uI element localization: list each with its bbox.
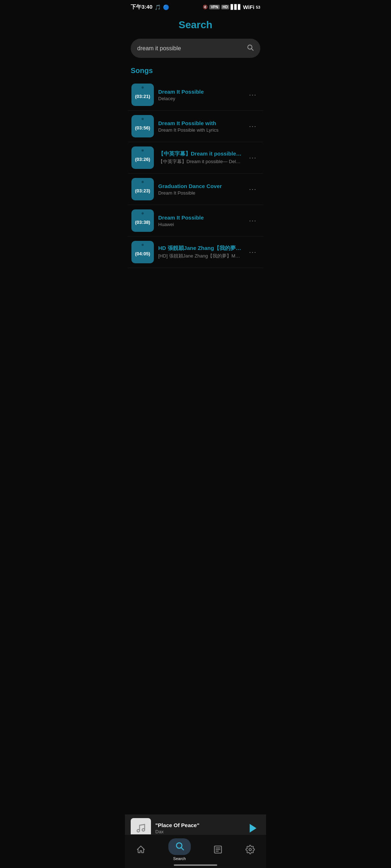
status-time: 下午3:40 🎵 🔵 — [131, 4, 169, 10]
hd-badge: HD — [221, 5, 229, 9]
song-title: Dream It Possible — [158, 214, 242, 221]
song-title: Dream It Possible — [158, 89, 242, 95]
signal-icon: ▋▋▋ — [231, 4, 241, 10]
song-thumbnail: (03:23) — [131, 178, 154, 200]
song-title: HD 張靚穎Jane Zhang【我的夢】MV ... — [158, 245, 242, 252]
more-options-button[interactable]: ··· — [246, 121, 260, 132]
song-item[interactable]: (03:38) Dream It Possible Huawei ··· — [128, 205, 263, 237]
mute-icon: 🔇 — [203, 5, 208, 9]
songs-section-title: Songs — [125, 67, 266, 79]
song-title: Dream It Possible with — [158, 120, 242, 126]
search-box[interactable] — [131, 39, 260, 58]
more-options-button[interactable]: ··· — [246, 216, 260, 226]
song-title: 【中英字幕】Dream it possible— Dela... — [158, 150, 242, 157]
wifi-icon: WiFi — [243, 4, 255, 10]
song-info: Dream It Possible Huawei — [158, 214, 242, 227]
song-thumbnail: (03:21) — [131, 84, 154, 106]
song-title: Graduation Dance Cover — [158, 183, 242, 189]
status-bar: 下午3:40 🎵 🔵 🔇 VPN HD ▋▋▋ WiFi 53 — [125, 0, 266, 13]
song-thumbnail: (03:38) — [131, 209, 154, 232]
song-item[interactable]: (04:05) HD 張靚穎Jane Zhang【我的夢】MV ... [HD]… — [128, 237, 263, 268]
status-icons: 🔇 VPN HD ▋▋▋ WiFi 53 — [203, 4, 260, 10]
song-info: Graduation Dance Cover Dream It Possible — [158, 183, 242, 196]
song-item[interactable]: (03:56) Dream It Possible with Dream It … — [128, 111, 263, 142]
song-thumbnail: (03:26) — [131, 146, 154, 169]
song-thumbnail: (03:56) — [131, 115, 154, 137]
song-info: Dream It Possible Delacey — [158, 89, 242, 101]
more-options-button[interactable]: ··· — [246, 153, 260, 163]
song-item[interactable]: (03:21) Dream It Possible Delacey ··· — [128, 79, 263, 111]
song-subtitle: 【中英字幕】Dream it possible— Delacey 夢··· — [158, 158, 242, 165]
song-subtitle: Huawei — [158, 222, 242, 227]
more-options-button[interactable]: ··· — [246, 90, 260, 100]
song-list: (03:21) Dream It Possible Delacey ··· (0… — [125, 79, 266, 268]
song-info: 【中英字幕】Dream it possible— Dela... 【中英字幕】D… — [158, 150, 242, 165]
search-container — [125, 39, 266, 67]
search-icon — [247, 44, 254, 53]
song-subtitle: Delacey — [158, 96, 242, 101]
song-item[interactable]: (03:23) Graduation Dance Cover Dream It … — [128, 174, 263, 205]
vpn-badge: VPN — [209, 5, 220, 9]
song-thumbnail: (04:05) — [131, 241, 154, 263]
song-subtitle: Dream It Possible with Lyrics — [158, 127, 242, 133]
song-item[interactable]: (03:26) 【中英字幕】Dream it possible— Dela...… — [128, 142, 263, 174]
battery-icon: 53 — [256, 5, 260, 9]
song-subtitle: [HD] 張靚穎Jane Zhang【我的夢】MV (華為··· — [158, 253, 242, 259]
svg-line-1 — [252, 49, 253, 51]
song-info: Dream It Possible with Dream It Possible… — [158, 120, 242, 133]
song-subtitle: Dream It Possible — [158, 190, 242, 196]
more-options-button[interactable]: ··· — [246, 247, 260, 258]
song-info: HD 張靚穎Jane Zhang【我的夢】MV ... [HD] 張靚穎Jane… — [158, 245, 242, 259]
page-title: Search — [125, 13, 266, 39]
search-input[interactable] — [137, 45, 243, 52]
more-options-button[interactable]: ··· — [246, 184, 260, 195]
